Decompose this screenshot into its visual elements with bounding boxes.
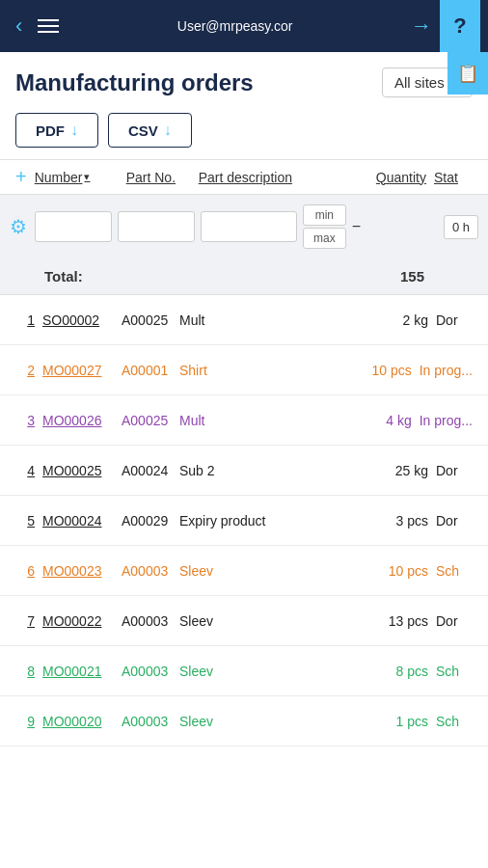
table-row: 4 MO00025 A00024 Sub 2 25 kg Dor [0,446,488,496]
row-qty: 2 kg [375,312,428,328]
table-header: + Number ▾ Part No. Part description Qua… [0,159,488,195]
row-status: Dor [436,513,473,529]
sort-icon: ▾ [84,171,90,183]
row-index: 5 [15,513,35,529]
data-rows: 1 SO00002 A00025 Mult 2 kg Dor 2 MO00027… [0,295,488,746]
table-row: 1 SO00002 A00025 Mult 2 kg Dor [0,295,488,345]
pdf-button[interactable]: PDF ↓ [15,113,98,148]
row-index: 7 [15,613,35,629]
pdf-label: PDF [36,122,65,139]
filter-minmax: min max [303,204,346,249]
row-status: In prog... [420,413,473,428]
row-index: 3 [15,413,35,428]
side-panel-button[interactable]: 📋 [447,52,488,95]
page-title: Manufacturing orders [15,69,254,96]
col-header-desc[interactable]: Part description [199,170,364,185]
row-partno: A00003 [122,714,179,729]
row-partno: A00025 [122,312,179,328]
table-row: 9 MO00020 A00003 Sleev 1 pcs Sch [0,696,488,746]
filter-dash: − [352,218,361,235]
row-status: In prog... [420,363,473,378]
row-qty: 3 pcs [375,513,428,529]
filter-partno-input[interactable] [118,211,195,242]
csv-label: CSV [128,122,158,139]
table-row: 8 MO00021 A00003 Sleev 8 pcs Sch [0,646,488,696]
row-desc: Mult [179,413,359,428]
col-header-qty[interactable]: Quantity [364,170,426,185]
row-qty: 10 pcs [359,363,412,378]
filter-max-button[interactable]: max [303,228,346,249]
total-row: Total: 155 [0,258,488,295]
table-row: 7 MO00022 A00003 Sleev 13 pcs Dor [0,596,488,646]
add-column-button[interactable]: + [15,166,27,188]
col-header-partno[interactable]: Part No. [126,170,199,185]
row-partno: A00003 [122,613,179,629]
row-index: 9 [15,714,35,729]
row-qty: 13 pcs [375,613,428,629]
row-status: Sch [436,563,473,579]
row-partno: A00024 [122,463,179,478]
filter-hours-label: 0 h [444,215,478,239]
total-value: 155 [362,268,424,285]
filter-number-input[interactable] [35,211,112,242]
row-number[interactable]: MO00025 [42,463,122,478]
filter-desc-input[interactable] [201,211,297,242]
table-row: 6 MO00023 A00003 Sleev 10 pcs Sch [0,546,488,596]
row-desc: Sleev [179,563,375,579]
col-header-number[interactable]: Number ▾ [35,170,126,185]
row-partno: A00003 [122,563,179,579]
row-status: Dor [436,312,473,328]
filter-row: ⚙ min max − 0 h [0,195,488,258]
row-partno: A00001 [122,363,179,378]
row-qty: 10 pcs [375,563,428,579]
row-qty: 8 pcs [375,664,428,679]
help-button[interactable]: ? [440,0,480,52]
row-status: Dor [436,463,473,478]
row-qty: 1 pcs [375,714,428,729]
row-desc: Mult [179,312,375,328]
menu-button[interactable] [30,12,67,41]
row-status: Sch [436,714,473,729]
top-nav: ‹ User@mrpeasy.cor → ? [0,0,488,52]
row-qty: 4 kg [359,413,412,428]
filter-min-button[interactable]: min [303,204,346,226]
row-desc: Shirt [179,363,359,378]
table-row: 3 MO00026 A00025 Mult 4 kg In prog... [0,395,488,446]
row-status: Dor [436,613,473,629]
filter-gear-icon[interactable]: ⚙ [10,215,27,238]
logout-button[interactable]: → [403,6,440,46]
row-number[interactable]: SO00002 [42,312,122,328]
row-index: 1 [15,312,35,328]
row-number[interactable]: MO00020 [42,714,122,729]
row-number[interactable]: MO00023 [42,563,122,579]
user-label: User@mrpeasy.cor [67,18,403,34]
row-index: 6 [15,563,35,579]
row-desc: Sleev [179,714,375,729]
row-status: Sch [436,664,473,679]
row-number[interactable]: MO00027 [42,363,122,378]
table-row: 5 MO00024 A00029 Expiry product 3 pcs Do… [0,496,488,546]
row-number[interactable]: MO00026 [42,413,122,428]
filter-right: 0 h [444,215,478,239]
row-index: 2 [15,363,35,378]
col-header-status[interactable]: Stat [434,170,473,185]
row-index: 4 [15,463,35,478]
total-label: Total: [44,268,362,285]
row-desc: Sleev [179,613,375,629]
row-partno: A00003 [122,664,179,679]
row-desc: Expiry product [179,513,375,529]
row-desc: Sleev [179,664,375,679]
row-qty: 25 kg [375,463,428,478]
row-number[interactable]: MO00022 [42,613,122,629]
table-row: 2 MO00027 A00001 Shirt 10 pcs In prog... [0,345,488,395]
row-desc: Sub 2 [179,463,375,478]
row-number[interactable]: MO00021 [42,664,122,679]
csv-download-icon: ↓ [164,122,172,139]
back-button[interactable]: ‹ [8,6,30,46]
csv-button[interactable]: CSV ↓ [108,113,192,148]
row-index: 8 [15,664,35,679]
row-partno: A00025 [122,413,179,428]
row-number[interactable]: MO00024 [42,513,122,529]
pdf-download-icon: ↓ [70,122,78,139]
page-header: Manufacturing orders All sites [0,52,488,105]
